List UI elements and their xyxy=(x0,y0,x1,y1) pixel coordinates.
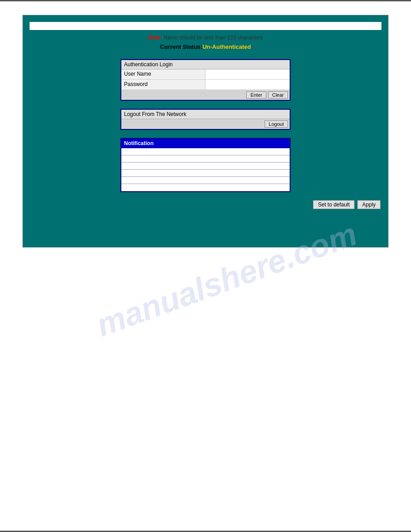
auth-section-header: Authentication Login xyxy=(121,60,290,69)
top-bar xyxy=(30,22,381,30)
status-line: Current Status:Un-Authenticated xyxy=(30,43,381,50)
set-default-button[interactable]: Set to default xyxy=(313,200,355,209)
note-label: Note: xyxy=(148,34,162,41)
status-label: Current Status: xyxy=(160,43,203,50)
username-row: User Name xyxy=(121,69,290,80)
main-panel: Note: Name should be less than 128 chara… xyxy=(22,15,389,248)
logout-section: Logout From The Network Logout xyxy=(120,109,291,130)
password-label: Password xyxy=(121,80,206,90)
enter-button[interactable]: Enter xyxy=(246,91,266,99)
notification-row-2 xyxy=(121,155,290,163)
notification-row-6 xyxy=(121,184,290,191)
logout-button[interactable]: Logout xyxy=(265,120,288,128)
notification-row-5 xyxy=(121,177,290,184)
clear-button[interactable]: Clear xyxy=(268,91,288,99)
password-input[interactable] xyxy=(207,81,288,89)
auth-button-row: Enter Clear xyxy=(121,90,290,100)
username-input[interactable] xyxy=(207,70,288,78)
logout-section-header: Logout From The Network xyxy=(121,110,290,119)
password-input-wrapper xyxy=(206,80,290,90)
username-label: User Name xyxy=(121,69,206,79)
status-value: Un-Authenticated xyxy=(202,43,251,50)
username-input-wrapper xyxy=(206,69,290,79)
note-line: Note: Name should be less than 128 chara… xyxy=(30,34,381,41)
notification-row-3 xyxy=(121,163,290,170)
logout-button-row: Logout xyxy=(121,119,290,129)
notification-row-4 xyxy=(121,170,290,177)
apply-button[interactable]: Apply xyxy=(357,200,381,209)
note-text: Name should be less than 128 characters xyxy=(163,34,262,41)
auth-section: Authentication Login User Name Password … xyxy=(120,59,291,101)
notification-section-header: Notification xyxy=(121,139,290,148)
notification-row-1 xyxy=(121,148,290,155)
notification-section: Notification xyxy=(120,138,291,192)
bottom-buttons: Set to default Apply xyxy=(30,200,381,209)
password-row: Password xyxy=(121,80,290,90)
